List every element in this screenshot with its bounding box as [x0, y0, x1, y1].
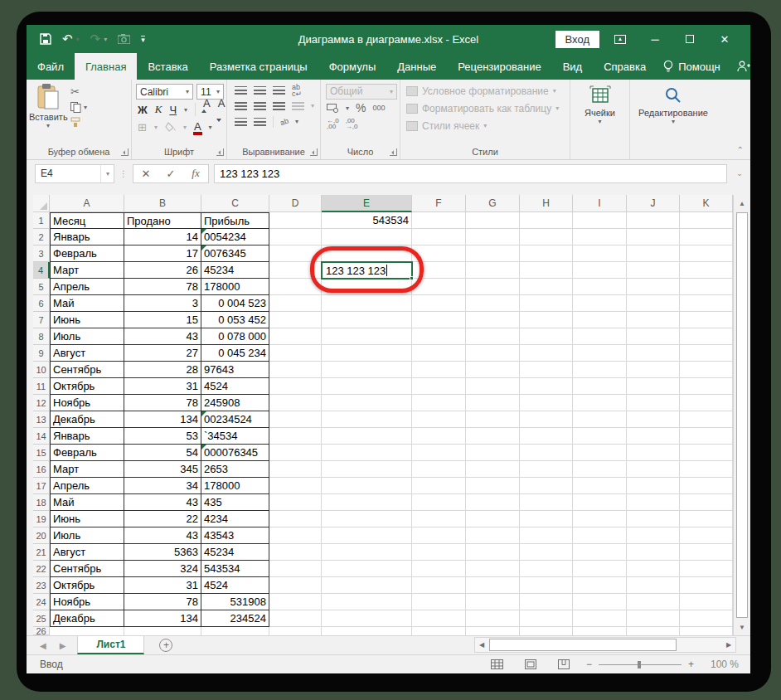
align-top-icon[interactable] [235, 86, 247, 95]
customize-qat-icon[interactable]: ▾ [141, 36, 145, 43]
page-layout-view-icon[interactable] [525, 659, 536, 669]
cell-D20[interactable] [269, 527, 322, 544]
cell-A25[interactable]: Декабрь [50, 610, 124, 627]
row-header-3[interactable]: 3 [33, 245, 50, 262]
cell-G3[interactable] [466, 245, 520, 262]
cell-G26[interactable] [466, 627, 520, 635]
cell-D5[interactable] [269, 279, 322, 295]
cell-K23[interactable] [680, 577, 733, 594]
cell-I26[interactable] [573, 627, 627, 635]
cell-K3[interactable] [680, 245, 733, 262]
cell-H22[interactable] [520, 561, 573, 577]
ribbon-tab-Справка[interactable]: Справка [593, 53, 657, 80]
close-button[interactable]: ✕ [711, 28, 739, 50]
align-right-icon[interactable] [273, 102, 285, 110]
cell-J7[interactable] [627, 312, 680, 328]
zoom-slider-thumb[interactable] [638, 661, 641, 668]
cell-D12[interactable] [269, 395, 322, 411]
scroll-right-icon[interactable]: ▶ [722, 641, 735, 649]
cell-I7[interactable] [573, 312, 627, 328]
clipboard-dialog-launcher[interactable] [121, 148, 129, 156]
cell-H5[interactable] [520, 279, 573, 295]
cell-C13[interactable]: 00234524 [201, 411, 269, 428]
cell-E1[interactable]: 543534 [322, 212, 412, 229]
cell-J3[interactable] [627, 245, 680, 262]
cell-H19[interactable] [520, 511, 573, 527]
cell-E9[interactable] [322, 345, 412, 362]
cell-D1[interactable] [269, 212, 322, 229]
alignment-dialog-launcher[interactable] [310, 148, 318, 156]
cell-J18[interactable] [627, 494, 680, 511]
cell-G4[interactable] [466, 262, 520, 279]
cell-E8[interactable] [322, 328, 412, 345]
cell-H11[interactable] [520, 378, 573, 395]
cell-I15[interactable] [573, 445, 627, 461]
cell-A13[interactable]: Декабрь [50, 411, 124, 428]
editing-button[interactable]: Редактирование ▾ [633, 82, 714, 125]
confirm-entry-button[interactable]: ✓ [158, 168, 183, 180]
cell-I13[interactable] [573, 411, 627, 428]
row-header-12[interactable]: 12 [33, 395, 50, 411]
cell-C16[interactable]: 2653 [201, 461, 269, 478]
row-header-1[interactable]: 1 [33, 212, 50, 229]
cell-K16[interactable] [680, 461, 733, 478]
row-header-13[interactable]: 13 [33, 411, 50, 428]
align-middle-icon[interactable] [254, 86, 266, 95]
cell-F4[interactable] [412, 262, 466, 279]
cell-G25[interactable] [466, 610, 520, 627]
cell-G21[interactable] [466, 544, 520, 561]
cell-H13[interactable] [520, 411, 573, 428]
undo-icon[interactable]: ↶ [62, 32, 73, 46]
cell-A1[interactable]: Месяц [50, 212, 124, 229]
decrease-decimal-button[interactable]: ,00→,0 [346, 118, 358, 129]
page-break-view-icon[interactable] [558, 659, 570, 669]
cell-I25[interactable] [573, 610, 627, 627]
cell-J5[interactable] [627, 279, 680, 295]
cell-K5[interactable] [680, 279, 733, 295]
font-color-button[interactable]: А [194, 120, 201, 134]
formula-bar-expand-icon[interactable]: ⌄ [732, 169, 747, 177]
orientation-icon[interactable]: ab [279, 117, 289, 126]
cell-K2[interactable] [680, 229, 733, 245]
row-header-21[interactable]: 21 [33, 544, 50, 561]
cell-D24[interactable] [269, 594, 322, 610]
cell-J22[interactable] [627, 561, 680, 577]
sheet-nav-right-icon[interactable]: ▶ [60, 641, 66, 650]
cell-G7[interactable] [466, 312, 520, 328]
cell-J9[interactable] [627, 345, 680, 362]
cell-I14[interactable] [573, 428, 627, 445]
cell-D18[interactable] [269, 494, 322, 511]
cell-K10[interactable] [680, 362, 733, 378]
row-header-17[interactable]: 17 [33, 478, 50, 494]
cell-F18[interactable] [412, 494, 466, 511]
cell-H10[interactable] [520, 362, 573, 378]
paste-dropdown-icon[interactable]: ▾ [29, 122, 67, 129]
cell-D9[interactable] [269, 345, 322, 362]
cell-I18[interactable] [573, 494, 627, 511]
ribbon-tab-Файл[interactable]: Файл [27, 53, 75, 80]
cell-F2[interactable] [412, 229, 466, 245]
number-dialog-launcher[interactable] [390, 148, 397, 156]
cell-G16[interactable] [466, 461, 520, 478]
cell-J1[interactable] [627, 212, 680, 229]
cell-J10[interactable] [627, 362, 680, 378]
cell-A9[interactable]: Август [50, 345, 124, 362]
cell-K11[interactable] [680, 378, 733, 395]
cut-icon[interactable]: ✂ [70, 85, 80, 98]
cell-E23[interactable] [322, 577, 412, 594]
formula-bar-resize-handle[interactable]: ⋮ [119, 172, 128, 176]
cell-B24[interactable]: 78 [124, 594, 201, 610]
cell-A22[interactable]: Сентябрь [50, 561, 124, 577]
cell-C4[interactable]: 45234 [201, 262, 269, 279]
cell-C10[interactable]: 97643 [201, 362, 269, 378]
ribbon-tab-Вставка[interactable]: Вставка [137, 53, 198, 80]
cell-B21[interactable]: 5363 [124, 544, 201, 561]
cell-H1[interactable] [520, 212, 573, 229]
cell-E24[interactable] [322, 594, 412, 610]
cell-B14[interactable]: 53 [124, 428, 201, 445]
cell-I22[interactable] [573, 561, 627, 577]
cell-F12[interactable] [412, 395, 466, 411]
scroll-down-icon[interactable]: ▼ [734, 619, 750, 635]
cell-D16[interactable] [269, 461, 322, 478]
row-header-4[interactable]: 4 [33, 262, 50, 279]
